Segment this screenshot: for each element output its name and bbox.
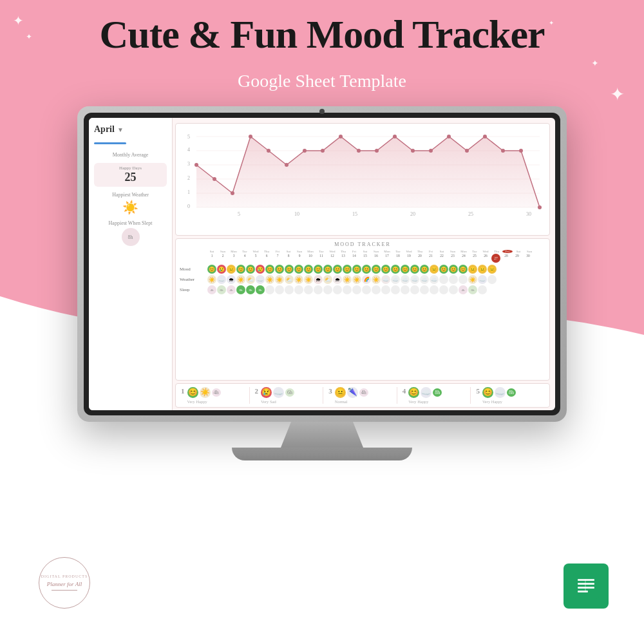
sleep-cell-empty (391, 285, 400, 294)
weather-cell: ☀️ (468, 275, 477, 284)
detail-card-4: 4 😊 ☁️ 8h Very Happy (402, 387, 471, 404)
month-label: April (94, 124, 115, 135)
day-number: 14 (349, 254, 359, 263)
day-number: 2 (218, 254, 228, 263)
detail-card-2: 2 😢 ☁️ 6h Very Sad (255, 387, 324, 404)
sleep-cell-empty (381, 285, 390, 294)
day-number: 22 (437, 254, 447, 263)
sleep-value-badge: 8h (122, 228, 140, 246)
weather-cell: 🌈 (362, 275, 371, 284)
sleep-row: Sleep 4h 6h 4h 8h 8h 8h (180, 285, 545, 294)
day-number: 25 (469, 254, 480, 263)
svg-rect-41 (578, 587, 594, 589)
day-number: 30 (523, 254, 533, 263)
svg-text:15: 15 (352, 211, 357, 217)
card-3-icons: 😐 🌂 4h (335, 387, 368, 398)
mood-cell: 😊 (333, 265, 342, 274)
month-indicator-bar (94, 142, 126, 144)
day-header: Wed (404, 250, 414, 253)
mood-cell: 😊 (372, 265, 381, 274)
day-header: Sun (294, 250, 305, 253)
weather-cell: ⛅ (246, 275, 255, 284)
svg-point-15 (249, 135, 252, 138)
tracker-title: MOOD TRACKER (180, 242, 545, 247)
monitor-screen: April ▼ Monthly Average Happy Days 25 (89, 118, 555, 410)
svg-point-23 (393, 135, 397, 138)
day-header: Sat (360, 250, 370, 253)
day-number: 19 (404, 254, 414, 263)
weather-cell: ☀️ (304, 275, 313, 284)
card-5-desc: Very Happy (482, 399, 516, 404)
mood-cell: 😢 (217, 265, 226, 274)
month-selector[interactable]: April ▼ (94, 124, 167, 135)
happy-days-label: Happy Days (98, 166, 163, 171)
day-header: Mon (229, 250, 239, 253)
day-number: 9 (294, 254, 305, 263)
mood-cell: 😐 (468, 265, 477, 274)
weather-cell: ☁️ (430, 275, 439, 284)
weather-cell: ☀️ (352, 275, 361, 284)
weather-row-label: Weather (180, 277, 207, 282)
card-4-weather-icon: ☁️ (421, 387, 431, 398)
weather-cell: 🌧 (333, 275, 342, 284)
svg-point-25 (429, 149, 433, 153)
sleep-cell-empty (285, 285, 294, 294)
card-number-1: 1 (181, 387, 185, 395)
weather-cell: ☀️ (275, 275, 284, 284)
day-number: 18 (393, 254, 403, 263)
day-number: 1 (207, 254, 217, 263)
day-header: Thu (261, 250, 272, 253)
svg-text:4: 4 (187, 147, 190, 153)
mood-row-label: Mood (180, 267, 207, 272)
weather-cell: ☀️ (372, 275, 381, 284)
card-3-sleep-value: 4h (359, 388, 368, 397)
day-header: Fri (426, 250, 436, 253)
sleep-cell-empty (430, 285, 439, 294)
day-header: Mon (459, 250, 469, 253)
sleep-cell-empty (449, 285, 458, 294)
mood-tracker-section: MOOD TRACKER Sat Sun Mon Tue Wed Thu Fri (175, 238, 550, 381)
sleep-cell-empty (372, 285, 381, 294)
day-number: 3 (229, 254, 239, 263)
svg-point-18 (303, 149, 307, 153)
weather-cell: 🌧 (227, 275, 236, 284)
monitor-stand (270, 422, 374, 448)
day-number: 4 (240, 254, 250, 263)
card-1-mood-icon: 😊 (187, 387, 198, 398)
weather-row: Weather ☀️ ☁️ 🌧 ☀️ ⛅ ☁️ ☀️ ☀️ ⛅ ☀️ (180, 275, 545, 284)
sleep-cell: 4h (207, 285, 216, 294)
svg-text:25: 25 (468, 211, 473, 217)
sleep-cell: 8h (246, 285, 255, 294)
sleep-cell-empty (314, 285, 323, 294)
monitor-body: April ▼ Monthly Average Happy Days 25 (77, 106, 567, 422)
branding-digital-products: DIGITAL PRODUCTS (41, 574, 88, 579)
weather-cell: ☀️ (294, 275, 303, 284)
day-number: 16 (371, 254, 381, 263)
svg-text:30: 30 (526, 211, 531, 217)
svg-point-21 (357, 149, 361, 153)
weather-cell: ☀️ (207, 275, 216, 284)
weather-cell-empty (449, 275, 458, 284)
mood-cell: 😐 (478, 265, 487, 274)
card-number-3: 3 (328, 387, 332, 395)
branding-name: Planner for All (41, 580, 88, 589)
weather-cell: ⛅ (323, 275, 332, 284)
day-header: Wed (327, 250, 337, 253)
day-header: Thu (491, 250, 502, 253)
sleep-cell: 6h (217, 285, 226, 294)
day-number: 11 (316, 254, 327, 263)
mood-cell: 😊 (381, 265, 390, 274)
day-header: Sat (513, 250, 524, 253)
sleep-cell-empty (362, 285, 371, 294)
chart-area: 5 4 3 2 1 0 (175, 123, 550, 236)
branding-circle: DIGITAL PRODUCTS Planner for All (39, 557, 90, 609)
card-2-weather-icon: ☁️ (273, 387, 284, 398)
day-number: 24 (459, 254, 469, 263)
day-header: Sat (207, 250, 217, 253)
svg-rect-38 (573, 573, 599, 599)
branding-text: DIGITAL PRODUCTS Planner for All (41, 574, 88, 592)
weather-cell: ☀️ (265, 275, 274, 284)
happiest-weather-label: Happiest Weather (94, 192, 167, 198)
card-4-icons: 😊 ☁️ 8h (408, 387, 442, 398)
card-number-5: 5 (476, 387, 480, 395)
